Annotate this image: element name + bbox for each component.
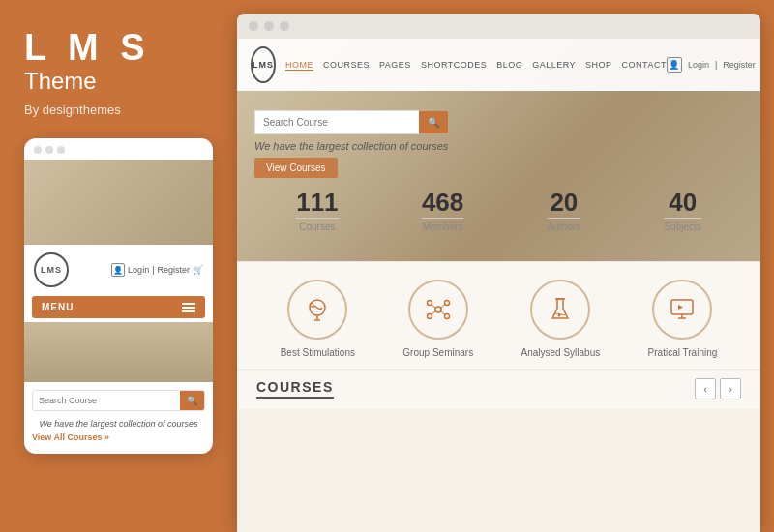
nav-pages[interactable]: PAGES	[379, 60, 411, 71]
monitor-icon	[668, 295, 697, 324]
courses-prev-button[interactable]: ‹	[695, 378, 716, 399]
mobile-hero-image	[24, 160, 213, 245]
courses-header: COURSES ‹ ›	[256, 378, 741, 399]
courses-next-button[interactable]: ›	[720, 378, 741, 399]
brand-by: By designthemes	[24, 103, 121, 117]
browser-title-bar	[237, 14, 760, 39]
stat-members: 468 Members	[422, 190, 463, 232]
courses-nav: ‹ ›	[695, 378, 741, 399]
nav-bar: LMS HOME COURSES PAGES SHORTCODES BLOG G…	[237, 39, 760, 91]
nav-courses[interactable]: COURSES	[323, 60, 370, 71]
dot-3	[57, 146, 65, 154]
mobile-person-icon: 👤	[111, 263, 125, 277]
stat-courses-label: Courses	[296, 218, 338, 232]
mobile-login-text[interactable]: Login	[128, 265, 149, 275]
mobile-search-area: 🔍	[24, 390, 213, 417]
mobile-dots	[24, 138, 213, 160]
mobile-tagline: We have the largest collection of course…	[24, 417, 213, 432]
mobile-logo: LMS	[34, 252, 69, 287]
nav-shop[interactable]: SHOP	[585, 60, 612, 71]
brand-title: L M S	[24, 29, 151, 66]
svg-line-9	[432, 305, 436, 309]
nav-gallery[interactable]: GALLERY	[532, 60, 576, 71]
hero-view-button[interactable]: View Courses	[254, 158, 338, 178]
nav-logo: LMS	[251, 46, 276, 83]
mobile-cart-icon: 🛒	[193, 265, 203, 275]
hero-tagline: We have the largest collection of course…	[254, 140, 743, 152]
nav-right: 👤 Login | Register 🛒	[667, 57, 760, 73]
svg-point-5	[427, 301, 432, 306]
mobile-search-input[interactable]	[33, 391, 180, 410]
svg-point-14	[558, 314, 561, 317]
network-icon	[424, 295, 453, 324]
stat-courses-number: 111	[296, 190, 338, 215]
nav-login[interactable]: Login	[688, 60, 709, 70]
hero-section: LMS HOME COURSES PAGES SHORTCODES BLOG G…	[237, 39, 760, 261]
nav-person-icon: 👤	[667, 57, 682, 73]
nav-home[interactable]: HOME	[285, 60, 313, 71]
mobile-login-row: 👤 Login | Register 🛒	[111, 263, 203, 277]
feature-stimulations-icon-circle	[287, 280, 347, 340]
feature-syllabus: Analysed Syllabus	[521, 280, 601, 358]
feature-stimulations: Best Stimulations	[281, 280, 355, 358]
mobile-menu-bar[interactable]: MENU	[32, 296, 205, 318]
mobile-register-text[interactable]: Register	[157, 265, 190, 275]
svg-point-7	[427, 314, 432, 319]
mobile-person-image	[24, 322, 213, 382]
browser-dot-2	[264, 21, 274, 31]
stat-members-number: 468	[422, 190, 463, 215]
feature-training: Pratical Training	[648, 280, 718, 358]
nav-register[interactable]: Register	[723, 60, 756, 70]
browser-content: LMS HOME COURSES PAGES SHORTCODES BLOG G…	[237, 39, 760, 532]
mobile-search-box: 🔍	[32, 390, 205, 411]
hero-search-input[interactable]	[254, 110, 419, 134]
browser-dot-3	[280, 21, 289, 31]
features-section: Best Stimulations	[237, 261, 760, 369]
courses-title: COURSES	[256, 379, 334, 399]
hero-search-row: 🔍	[254, 110, 448, 134]
svg-line-10	[440, 305, 445, 309]
svg-line-11	[432, 311, 436, 315]
feature-seminars-icon-circle	[408, 280, 468, 340]
stats-bar: 111 Courses 468 Members 20 Authors 40 Su…	[237, 178, 760, 242]
brand-subtitle: Theme	[24, 68, 97, 95]
brain-icon	[303, 295, 332, 324]
mobile-menu-label: MENU	[42, 302, 74, 312]
courses-section: COURSES ‹ ›	[237, 369, 760, 409]
stat-authors: 20 Authors	[548, 190, 580, 232]
nav-links: HOME COURSES PAGES SHORTCODES BLOG GALLE…	[285, 60, 667, 71]
feature-syllabus-icon-circle	[530, 280, 590, 340]
svg-point-6	[444, 301, 449, 306]
svg-point-4	[435, 307, 441, 312]
nav-contact[interactable]: CONTACT	[622, 60, 667, 71]
svg-point-8	[444, 314, 449, 319]
hero-content: 🔍 We have the largest collection of cour…	[237, 91, 760, 178]
flask-icon	[546, 295, 575, 324]
stat-authors-label: Authors	[548, 218, 580, 232]
mobile-search-button[interactable]: 🔍	[180, 391, 204, 410]
stat-subjects-label: Subjects	[664, 218, 700, 232]
feature-training-label: Pratical Training	[648, 347, 718, 358]
browser-window: LMS HOME COURSES PAGES SHORTCODES BLOG G…	[237, 14, 760, 532]
stat-courses: 111 Courses	[296, 190, 338, 232]
mobile-preview-card: LMS 👤 Login | Register 🛒 MENU 🔍	[24, 138, 213, 454]
feature-seminars-label: Group Seminars	[402, 347, 473, 358]
nav-blog[interactable]: BLOG	[496, 60, 522, 71]
hero-search-button[interactable]: 🔍	[419, 111, 448, 133]
feature-stimulations-label: Best Stimulations	[281, 347, 355, 358]
nav-shortcodes[interactable]: SHORTCODES	[421, 60, 487, 71]
svg-line-12	[440, 311, 445, 315]
feature-training-icon-circle	[652, 280, 712, 340]
dot-1	[34, 146, 42, 154]
stat-authors-number: 20	[548, 190, 580, 215]
stat-subjects: 40 Subjects	[664, 190, 700, 232]
stat-subjects-number: 40	[664, 190, 700, 215]
left-panel: L M S Theme By designthemes LMS 👤 Login …	[0, 0, 237, 532]
stat-members-label: Members	[422, 218, 463, 232]
dot-2	[45, 146, 53, 154]
hamburger-icon	[182, 303, 195, 312]
mobile-view-courses[interactable]: View All Courses »	[24, 432, 213, 442]
feature-syllabus-label: Analysed Syllabus	[521, 347, 601, 358]
browser-dot-1	[249, 21, 258, 31]
mobile-logo-area: LMS 👤 Login | Register 🛒	[24, 245, 213, 292]
